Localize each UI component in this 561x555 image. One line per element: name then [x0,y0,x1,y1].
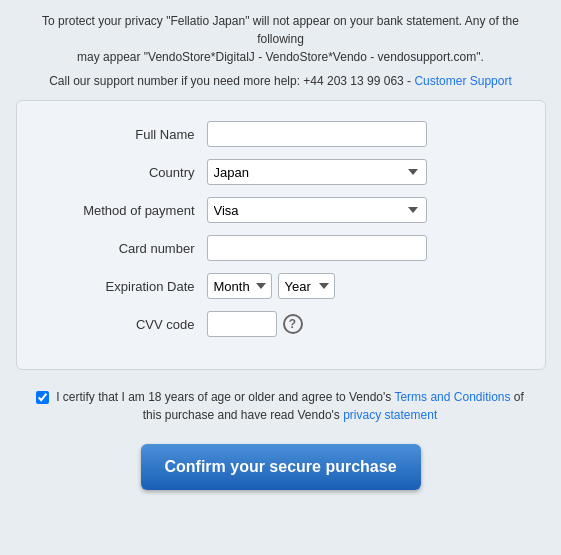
terms-link[interactable]: Terms and Conditions [394,390,510,404]
expiration-date-row: Expiration Date Month0102030405060708091… [47,273,515,299]
privacy-link[interactable]: privacy statement [343,408,437,422]
cvv-input[interactable] [207,311,277,337]
country-select[interactable]: Japan United States United Kingdom [207,159,427,185]
country-row: Country Japan United States United Kingd… [47,159,515,185]
payment-method-row: Method of payment Visa Mastercard Americ… [47,197,515,223]
support-line: Call our support number if you need more… [49,74,512,88]
cvv-help-icon[interactable]: ? [283,314,303,334]
card-number-label: Card number [47,241,207,256]
card-number-row: Card number [47,235,515,261]
expiration-date-label: Expiration Date [47,279,207,294]
payment-method-select[interactable]: Visa Mastercard American Express [207,197,427,223]
country-label: Country [47,165,207,180]
year-select[interactable]: Year202420252026202720282029203020312032… [278,273,335,299]
expiry-selects: Month010203040506070809101112 Year202420… [207,273,335,299]
top-notice: To protect your privacy "Fellatio Japan"… [0,0,561,74]
full-name-row: Full Name [47,121,515,147]
cvv-row: CVV code ? [47,311,515,337]
cvv-label: CVV code [47,317,207,332]
support-prefix: Call our support number if you need more… [49,74,414,88]
notice-line2: may appear "VendoStore*DigitalJ - VendoS… [77,50,484,64]
month-select[interactable]: Month010203040506070809101112 [207,273,272,299]
full-name-label: Full Name [47,127,207,142]
full-name-input[interactable] [207,121,427,147]
terms-text: I certify that I am 18 years of age or o… [55,388,526,424]
confirm-button[interactable]: Confirm your secure purchase [141,444,421,490]
customer-support-link[interactable]: Customer Support [414,74,511,88]
notice-line1: To protect your privacy "Fellatio Japan"… [42,14,519,46]
terms-row: I certify that I am 18 years of age or o… [16,384,546,434]
card-number-input[interactable] [207,235,427,261]
terms-checkbox[interactable] [36,391,49,404]
payment-method-label: Method of payment [47,203,207,218]
form-container: Full Name Country Japan United States Un… [16,100,546,370]
